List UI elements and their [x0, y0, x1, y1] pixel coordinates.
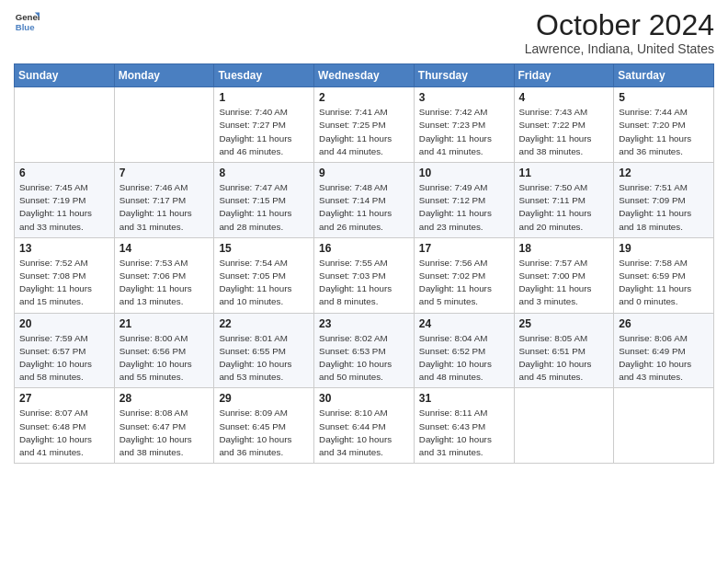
day-info: Sunrise: 7:47 AM Sunset: 7:15 PM Dayligh… [219, 181, 309, 234]
weekday-header-monday: Monday [114, 64, 214, 87]
weekday-header-friday: Friday [514, 64, 614, 87]
calendar-header: SundayMondayTuesdayWednesdayThursdayFrid… [15, 64, 714, 87]
day-info: Sunrise: 8:00 AM Sunset: 6:56 PM Dayligh… [119, 332, 210, 385]
day-info: Sunrise: 7:58 AM Sunset: 6:59 PM Dayligh… [619, 257, 709, 309]
calendar-cell: 10Sunrise: 7:49 AM Sunset: 7:12 PM Dayli… [414, 163, 514, 238]
day-number: 1 [219, 91, 309, 104]
day-info: Sunrise: 7:52 AM Sunset: 7:08 PM Dayligh… [19, 257, 109, 309]
logo: General Blue General Blue [14, 9, 40, 35]
day-number: 22 [219, 317, 309, 330]
day-info: Sunrise: 8:09 AM Sunset: 6:45 PM Dayligh… [219, 407, 309, 459]
location: Lawrence, Indiana, United States [525, 41, 714, 56]
calendar-cell: 4Sunrise: 7:43 AM Sunset: 7:22 PM Daylig… [514, 87, 614, 163]
day-number: 28 [119, 392, 210, 405]
day-number: 15 [219, 242, 309, 255]
day-number: 24 [419, 317, 509, 330]
calendar-cell: 29Sunrise: 8:09 AM Sunset: 6:45 PM Dayli… [214, 388, 314, 464]
calendar-cell: 7Sunrise: 7:46 AM Sunset: 7:17 PM Daylig… [114, 163, 214, 238]
day-info: Sunrise: 7:59 AM Sunset: 6:57 PM Dayligh… [19, 332, 109, 385]
calendar-cell: 17Sunrise: 7:56 AM Sunset: 7:02 PM Dayli… [414, 237, 514, 313]
day-info: Sunrise: 7:49 AM Sunset: 7:12 PM Dayligh… [419, 181, 509, 234]
day-number: 17 [419, 242, 509, 255]
day-number: 4 [519, 91, 609, 104]
weekday-header-thursday: Thursday [414, 64, 514, 87]
calendar-cell: 2Sunrise: 7:41 AM Sunset: 7:25 PM Daylig… [314, 87, 415, 163]
calendar-cell: 20Sunrise: 7:59 AM Sunset: 6:57 PM Dayli… [15, 313, 115, 388]
day-number: 7 [119, 167, 210, 179]
day-number: 26 [619, 317, 709, 330]
calendar-cell: 27Sunrise: 8:07 AM Sunset: 6:48 PM Dayli… [15, 388, 115, 464]
day-info: Sunrise: 7:53 AM Sunset: 7:06 PM Dayligh… [119, 257, 210, 309]
day-info: Sunrise: 7:55 AM Sunset: 7:03 PM Dayligh… [319, 257, 409, 309]
day-info: Sunrise: 7:50 AM Sunset: 7:11 PM Dayligh… [519, 181, 609, 234]
calendar-cell: 16Sunrise: 7:55 AM Sunset: 7:03 PM Dayli… [314, 237, 415, 313]
weekday-header-row: SundayMondayTuesdayWednesdayThursdayFrid… [15, 64, 714, 87]
weekday-header-wednesday: Wednesday [314, 64, 415, 87]
day-info: Sunrise: 7:44 AM Sunset: 7:20 PM Dayligh… [619, 106, 709, 158]
calendar-cell: 3Sunrise: 7:42 AM Sunset: 7:23 PM Daylig… [414, 87, 514, 163]
day-info: Sunrise: 8:07 AM Sunset: 6:48 PM Dayligh… [19, 407, 109, 459]
day-number: 3 [419, 91, 509, 104]
day-info: Sunrise: 8:05 AM Sunset: 6:51 PM Dayligh… [519, 332, 609, 385]
calendar-cell: 13Sunrise: 7:52 AM Sunset: 7:08 PM Dayli… [15, 237, 115, 313]
calendar-week-3: 13Sunrise: 7:52 AM Sunset: 7:08 PM Dayli… [15, 237, 714, 313]
calendar-cell: 1Sunrise: 7:40 AM Sunset: 7:27 PM Daylig… [214, 87, 314, 163]
calendar-cell: 28Sunrise: 8:08 AM Sunset: 6:47 PM Dayli… [114, 388, 214, 464]
day-number: 2 [319, 91, 409, 104]
day-info: Sunrise: 7:43 AM Sunset: 7:22 PM Dayligh… [519, 106, 609, 158]
calendar-cell: 30Sunrise: 8:10 AM Sunset: 6:44 PM Dayli… [314, 388, 415, 464]
day-number: 11 [519, 167, 609, 179]
calendar-cell: 19Sunrise: 7:58 AM Sunset: 6:59 PM Dayli… [614, 237, 714, 313]
calendar-cell: 11Sunrise: 7:50 AM Sunset: 7:11 PM Dayli… [514, 163, 614, 238]
calendar-cell: 15Sunrise: 7:54 AM Sunset: 7:05 PM Dayli… [214, 237, 314, 313]
day-info: Sunrise: 8:06 AM Sunset: 6:49 PM Dayligh… [619, 332, 709, 385]
calendar-cell: 6Sunrise: 7:45 AM Sunset: 7:19 PM Daylig… [15, 163, 115, 238]
day-info: Sunrise: 7:46 AM Sunset: 7:17 PM Dayligh… [119, 181, 210, 234]
day-info: Sunrise: 7:41 AM Sunset: 7:25 PM Dayligh… [319, 106, 409, 158]
day-number: 25 [519, 317, 609, 330]
day-number: 9 [319, 167, 409, 179]
day-number: 31 [419, 392, 509, 405]
day-number: 16 [319, 242, 409, 255]
page: General Blue General Blue October 2024 L… [0, 0, 728, 563]
month-title: October 2024 [525, 9, 714, 41]
day-number: 10 [419, 167, 509, 179]
calendar-cell: 9Sunrise: 7:48 AM Sunset: 7:14 PM Daylig… [314, 163, 415, 238]
day-number: 21 [119, 317, 210, 330]
day-number: 5 [619, 91, 709, 104]
day-info: Sunrise: 8:01 AM Sunset: 6:55 PM Dayligh… [219, 332, 309, 385]
calendar-cell: 5Sunrise: 7:44 AM Sunset: 7:20 PM Daylig… [614, 87, 714, 163]
header: General Blue General Blue October 2024 L… [14, 9, 714, 56]
calendar-cell: 22Sunrise: 8:01 AM Sunset: 6:55 PM Dayli… [214, 313, 314, 388]
day-info: Sunrise: 7:42 AM Sunset: 7:23 PM Dayligh… [419, 106, 509, 158]
calendar-cell: 18Sunrise: 7:57 AM Sunset: 7:00 PM Dayli… [514, 237, 614, 313]
day-info: Sunrise: 8:02 AM Sunset: 6:53 PM Dayligh… [319, 332, 409, 385]
day-info: Sunrise: 8:11 AM Sunset: 6:43 PM Dayligh… [419, 407, 509, 459]
weekday-header-sunday: Sunday [15, 64, 115, 87]
day-number: 13 [19, 242, 109, 255]
day-number: 23 [319, 317, 409, 330]
weekday-header-tuesday: Tuesday [214, 64, 314, 87]
weekday-header-saturday: Saturday [614, 64, 714, 87]
calendar-cell: 14Sunrise: 7:53 AM Sunset: 7:06 PM Dayli… [114, 237, 214, 313]
calendar-cell [614, 388, 714, 464]
day-number: 14 [119, 242, 210, 255]
day-info: Sunrise: 7:48 AM Sunset: 7:14 PM Dayligh… [319, 181, 409, 234]
day-info: Sunrise: 7:54 AM Sunset: 7:05 PM Dayligh… [219, 257, 309, 309]
day-info: Sunrise: 7:57 AM Sunset: 7:00 PM Dayligh… [519, 257, 609, 309]
calendar-body: 1Sunrise: 7:40 AM Sunset: 7:27 PM Daylig… [15, 87, 714, 464]
day-number: 20 [19, 317, 109, 330]
day-info: Sunrise: 8:10 AM Sunset: 6:44 PM Dayligh… [319, 407, 409, 459]
day-info: Sunrise: 7:45 AM Sunset: 7:19 PM Dayligh… [19, 181, 109, 234]
calendar-week-1: 1Sunrise: 7:40 AM Sunset: 7:27 PM Daylig… [15, 87, 714, 163]
calendar-cell: 25Sunrise: 8:05 AM Sunset: 6:51 PM Dayli… [514, 313, 614, 388]
day-info: Sunrise: 8:04 AM Sunset: 6:52 PM Dayligh… [419, 332, 509, 385]
day-number: 27 [19, 392, 109, 405]
day-info: Sunrise: 7:40 AM Sunset: 7:27 PM Dayligh… [219, 106, 309, 158]
calendar-week-4: 20Sunrise: 7:59 AM Sunset: 6:57 PM Dayli… [15, 313, 714, 388]
calendar-cell: 8Sunrise: 7:47 AM Sunset: 7:15 PM Daylig… [214, 163, 314, 238]
calendar-cell: 12Sunrise: 7:51 AM Sunset: 7:09 PM Dayli… [614, 163, 714, 238]
calendar-cell [15, 87, 115, 163]
calendar-cell: 21Sunrise: 8:00 AM Sunset: 6:56 PM Dayli… [114, 313, 214, 388]
calendar-week-5: 27Sunrise: 8:07 AM Sunset: 6:48 PM Dayli… [15, 388, 714, 464]
